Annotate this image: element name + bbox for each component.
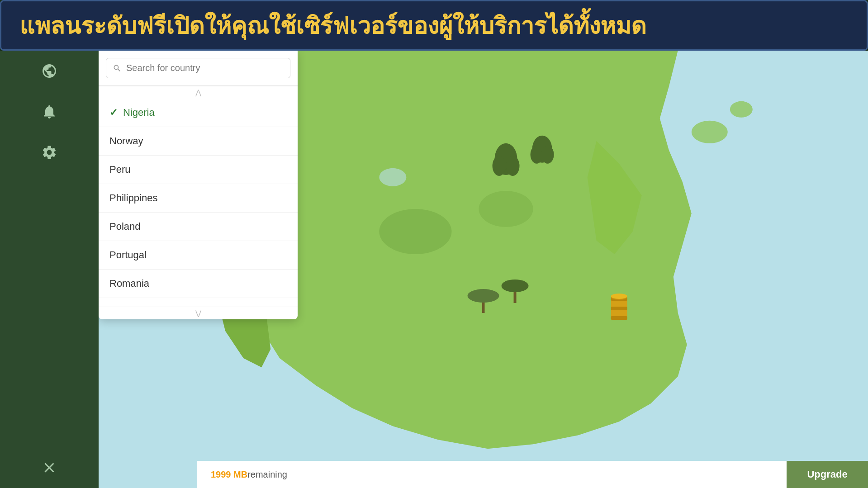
search-icon (113, 64, 122, 73)
country-name: Romania (109, 278, 149, 289)
remaining-info: 1999 MB remaining (197, 461, 787, 488)
svg-point-10 (493, 156, 506, 176)
country-name: Norway (109, 135, 143, 147)
sidebar-bottom (38, 456, 61, 479)
search-box (99, 51, 298, 86)
svg-point-15 (541, 146, 554, 164)
globe-icon[interactable] (38, 60, 61, 82)
list-item[interactable]: Portugal (99, 241, 298, 270)
country-name: Nigeria (123, 107, 155, 118)
list-item[interactable]: Peru (99, 156, 298, 184)
svg-point-19 (502, 280, 529, 292)
settings-icon[interactable] (38, 141, 61, 164)
country-name: Serbia (109, 306, 138, 307)
country-name: Poland (109, 221, 141, 232)
svg-point-14 (531, 146, 543, 164)
list-item[interactable]: Philippines (99, 184, 298, 213)
country-name: Portugal (109, 249, 147, 261)
svg-rect-18 (514, 290, 517, 303)
top-banner: แพลนระดับฟรีเปิดให้คุณใช้เซิร์ฟเวอร์ของผ… (0, 0, 868, 51)
upgrade-button[interactable]: Upgrade (787, 461, 868, 488)
collapse-icon[interactable] (38, 456, 61, 479)
country-name: Philippines (109, 192, 157, 204)
svg-point-2 (730, 101, 753, 118)
svg-point-5 (379, 209, 451, 254)
search-input-wrapper[interactable] (106, 58, 290, 78)
svg-point-11 (506, 156, 520, 176)
svg-rect-22 (611, 316, 627, 320)
country-list[interactable]: ✓ Nigeria Norway Peru Philippines Poland (99, 99, 298, 307)
list-item[interactable]: Serbia (99, 298, 298, 307)
list-item[interactable]: Poland (99, 213, 298, 241)
search-input[interactable] (126, 63, 284, 73)
scroll-down-indicator[interactable]: ⋁ (99, 307, 298, 319)
svg-point-17 (467, 289, 499, 303)
remaining-label: remaining (247, 469, 287, 480)
remaining-mb: 1999 MB (211, 469, 247, 480)
svg-point-1 (692, 121, 728, 143)
list-item[interactable]: Romania (99, 270, 298, 298)
scroll-up-indicator[interactable]: ⋀ (99, 86, 298, 99)
svg-point-7 (379, 168, 406, 186)
list-item[interactable]: Norway (99, 127, 298, 156)
country-name: Peru (109, 164, 130, 175)
svg-point-25 (611, 294, 627, 299)
country-dropdown: ⋀ ✓ Nigeria Norway Peru Philippines (99, 51, 298, 319)
sidebar (0, 51, 99, 488)
bottom-bar: 1999 MB remaining Upgrade (197, 461, 868, 488)
alert-icon[interactable] (38, 100, 61, 123)
check-icon: ✓ (109, 107, 118, 118)
banner-text: แพลนระดับฟรีเปิดให้คุณใช้เซิร์ฟเวอร์ของผ… (19, 7, 646, 44)
list-item[interactable]: ✓ Nigeria (99, 99, 298, 127)
map-area: ⋀ ✓ Nigeria Norway Peru Philippines (99, 51, 868, 488)
svg-point-6 (479, 191, 533, 227)
svg-rect-23 (611, 307, 627, 310)
main-container: ⋀ ✓ Nigeria Norway Peru Philippines (0, 51, 868, 488)
